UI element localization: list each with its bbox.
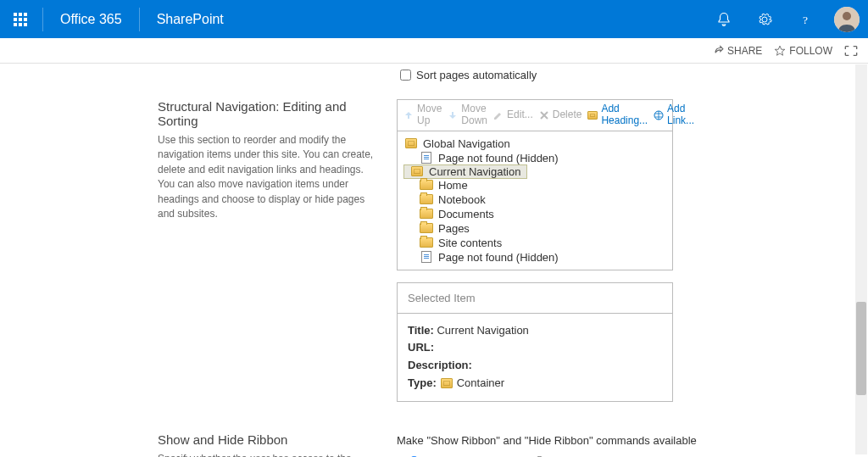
move-up-button[interactable]: Move Up: [403, 103, 442, 127]
tree-documents[interactable]: Documents: [398, 207, 672, 221]
page-icon: [420, 152, 433, 164]
tree-site-contents[interactable]: Site contents: [398, 236, 672, 250]
structural-nav-description: Use this section to reorder and modify t…: [158, 133, 376, 221]
arrow-up-icon: [403, 109, 415, 121]
tree-page-not-found-2[interactable]: Page not found (Hidden): [398, 250, 672, 265]
question-icon: ?: [798, 12, 813, 27]
scrollbar-thumb[interactable]: [856, 302, 866, 395]
title-value: Current Navigation: [437, 324, 528, 337]
folder-icon: [420, 208, 433, 220]
move-down-button[interactable]: Move Down: [447, 103, 487, 127]
type-value: Container: [457, 375, 504, 393]
structural-nav-right: Move Up Move Down Edit... Delete Add Hea…: [397, 99, 673, 402]
title-label: Title:: [408, 324, 434, 337]
bell-icon: [716, 12, 732, 27]
divider: [42, 8, 43, 31]
ribbon-right: Make "Show Ribbon" and "Hide Ribbon" com…: [397, 432, 834, 457]
edit-button[interactable]: Edit...: [492, 109, 533, 121]
nav-toolbar: Move Up Move Down Edit... Delete Add Hea…: [397, 99, 673, 131]
brand-sharepoint[interactable]: SharePoint: [142, 12, 239, 27]
app-launcher-button[interactable]: [0, 0, 41, 38]
svg-text:?: ?: [803, 13, 808, 25]
selected-item-body: Title: Current Navigation URL: Descripti…: [398, 314, 672, 401]
gear-icon: [757, 12, 772, 27]
add-heading-button[interactable]: Add Heading...: [587, 103, 648, 127]
sort-automatically-checkbox[interactable]: [400, 70, 411, 81]
focus-icon: [844, 45, 858, 57]
vertical-scrollbar[interactable]: [855, 64, 867, 454]
structural-nav-left: Structural Navigation: Editing and Sorti…: [158, 99, 376, 402]
follow-button[interactable]: FOLLOW: [774, 45, 832, 57]
notifications-button[interactable]: [704, 0, 744, 38]
ribbon-left: Show and Hide Ribbon Specify whether the…: [158, 432, 376, 457]
selected-item-header: Selected Item: [398, 283, 672, 314]
description-label: Description:: [408, 359, 472, 371]
sort-automatically-row: Sort pages automatically: [400, 69, 537, 81]
container-icon: [440, 377, 453, 389]
tree-pages[interactable]: Pages: [398, 221, 672, 236]
arrow-down-icon: [447, 109, 459, 121]
ribbon-avail-label: Make "Show Ribbon" and "Hide Ribbon" com…: [397, 434, 834, 447]
container-icon: [404, 137, 418, 149]
user-avatar[interactable]: [834, 7, 860, 32]
ribbon-heading: Show and Hide Ribbon: [158, 432, 376, 447]
delete-icon: [538, 109, 550, 121]
avatar-icon: [834, 7, 860, 32]
settings-button[interactable]: [744, 0, 785, 38]
tree-notebook[interactable]: Notebook: [398, 192, 672, 207]
divider: [139, 8, 140, 31]
add-link-button[interactable]: Add Link...: [653, 103, 694, 127]
add-link-icon: [653, 109, 665, 121]
add-heading-icon: [587, 109, 598, 121]
nav-tree: Global Navigation Page not found (Hidden…: [397, 131, 673, 270]
folder-icon: [420, 222, 433, 234]
sort-automatically-label: Sort pages automatically: [416, 69, 537, 81]
edit-icon: [492, 109, 504, 121]
ribbon-description: Specify whether the user has access to t…: [158, 452, 376, 457]
waffle-icon: [14, 13, 27, 26]
tree-home[interactable]: Home: [398, 178, 672, 192]
tree-current-navigation[interactable]: Current Navigation: [403, 164, 527, 179]
share-icon: [712, 45, 724, 57]
brand-office365[interactable]: Office 365: [45, 12, 137, 27]
folder-icon: [420, 237, 433, 248]
selected-item-panel: Selected Item Title: Current Navigation …: [397, 282, 673, 402]
folder-icon: [420, 193, 433, 205]
delete-button[interactable]: Delete: [538, 109, 582, 121]
share-label: SHARE: [727, 45, 762, 57]
top-bar: Office 365 SharePoint ?: [0, 0, 868, 38]
url-label: URL:: [408, 341, 434, 354]
fullscreen-button[interactable]: [844, 45, 858, 57]
page-icon: [420, 251, 433, 263]
structural-nav-heading: Structural Navigation: Editing and Sorti…: [158, 99, 376, 128]
page-content: Sort pages automatically Structural Navi…: [0, 64, 868, 457]
follow-label: FOLLOW: [789, 45, 832, 57]
tree-page-not-found-1[interactable]: Page not found (Hidden): [398, 151, 672, 165]
svg-point-2: [843, 12, 851, 20]
help-button[interactable]: ?: [785, 0, 826, 38]
type-label: Type:: [408, 375, 437, 393]
folder-icon: [420, 179, 433, 191]
action-bar: SHARE FOLLOW: [0, 38, 868, 64]
star-icon: [774, 45, 786, 57]
tree-global-navigation[interactable]: Global Navigation: [398, 137, 672, 151]
container-icon: [410, 165, 424, 177]
share-button[interactable]: SHARE: [712, 45, 762, 57]
